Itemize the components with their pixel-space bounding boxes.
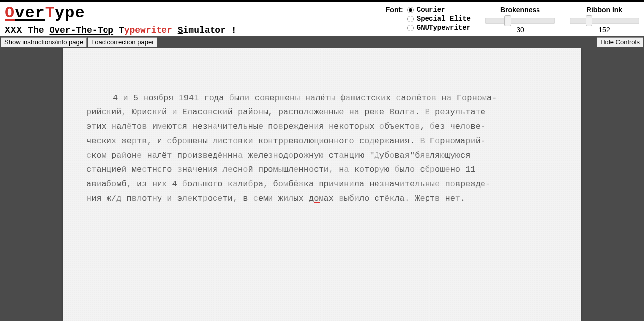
typed-line: ческих жертв, и сброшены листовки контрр… xyxy=(86,134,558,148)
text-caret xyxy=(314,202,320,203)
brand-block: OverType XXX The Over-The-Top Typewriter… xyxy=(5,4,237,35)
ribbon-value: 152 xyxy=(598,26,610,34)
font-option-label: GNUTypewriter xyxy=(417,24,471,32)
radio-icon[interactable] xyxy=(407,16,414,22)
typed-line: авиабомб, из них 4 большого калибра, бом… xyxy=(86,177,558,191)
typed-line: ния ж/д пвлотну и электросети, в семи жи… xyxy=(86,191,558,206)
tagline: XXX The Over-The-Top Typewriter Simulato… xyxy=(5,25,237,35)
brokenness-control: Brokenness 30 xyxy=(485,6,555,34)
ribbon-control: Ribbon Ink 152 xyxy=(570,6,639,34)
typed-line: этих налётов имеются незначительные повр… xyxy=(86,119,558,134)
show-instructions-button[interactable]: Show instructions/info page xyxy=(1,37,87,47)
header: OverType XXX The Over-The-Top Typewriter… xyxy=(0,0,644,36)
radio-icon[interactable] xyxy=(407,7,414,13)
font-option-courier[interactable]: Courier xyxy=(407,6,446,14)
typed-line: станцией местного значения лесной промыш… xyxy=(86,162,558,177)
typed-line: ском районе налёт произведённна железнод… xyxy=(86,148,558,162)
typed-line: рийский, Юриский и Еласовский районы, ра… xyxy=(86,105,558,119)
font-label: Font: xyxy=(386,6,403,14)
tagline-ott: Over-The-Top xyxy=(49,25,113,35)
brokenness-value: 30 xyxy=(516,26,524,34)
brand-title: OverType xyxy=(5,4,237,22)
toolbar: Show instructions/info page Load correct… xyxy=(0,36,644,48)
ribbon-thumb[interactable] xyxy=(586,15,592,26)
brokenness-label: Brokenness xyxy=(500,6,540,14)
font-option-special-elite[interactable]: Special Elite xyxy=(407,15,471,23)
radio-icon[interactable] xyxy=(407,25,414,31)
header-controls: Font: CourierSpecial EliteGNUTypewriter … xyxy=(386,4,639,34)
font-control: Font: CourierSpecial EliteGNUTypewriter xyxy=(386,6,471,32)
workspace: 4 и 5 ноября 1941 года были совершены на… xyxy=(0,48,644,321)
font-option-gnutypewriter[interactable]: GNUTypewriter xyxy=(407,24,471,32)
typed-line: 4 и 5 ноября 1941 года были совершены на… xyxy=(86,91,558,105)
tagline-strike: XXX xyxy=(5,25,22,35)
tagline-simulator: Simulator xyxy=(178,25,226,35)
tagline-typewriter: Typewriter xyxy=(119,25,172,35)
load-correction-button[interactable]: Load correction paper xyxy=(88,37,157,47)
brokenness-thumb[interactable] xyxy=(504,15,511,26)
brokenness-slider[interactable] xyxy=(485,18,555,24)
font-options: CourierSpecial EliteGNUTypewriter xyxy=(407,6,471,32)
paper[interactable]: 4 и 5 ноября 1941 года были совершены на… xyxy=(63,48,581,321)
typed-text[interactable]: 4 и 5 ноября 1941 года были совершены на… xyxy=(86,91,558,206)
ribbon-slider[interactable] xyxy=(570,18,639,24)
hide-controls-button[interactable]: Hide Controls xyxy=(597,37,643,47)
font-option-label: Special Elite xyxy=(417,15,471,23)
ribbon-label: Ribbon Ink xyxy=(587,6,622,14)
font-option-label: Courier xyxy=(417,6,446,14)
